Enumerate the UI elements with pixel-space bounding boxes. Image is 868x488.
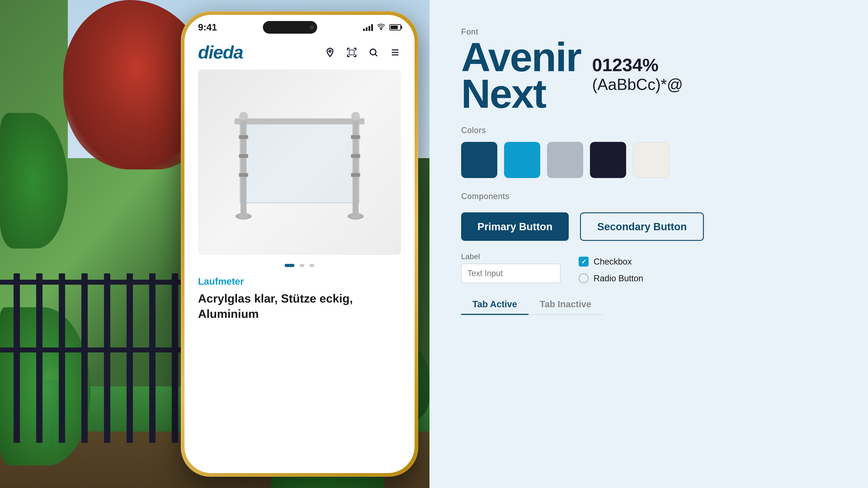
font-display: Avenir Next 01234% (AaBbCc)*@ xyxy=(461,39,836,112)
phone-outer: 9:41 xyxy=(181,11,418,477)
menu-icon-button[interactable] xyxy=(389,46,401,58)
checkbox-check-icon: ✓ xyxy=(581,258,586,265)
left-panel: 9:41 xyxy=(0,0,430,488)
app-header: dieda xyxy=(184,35,414,70)
product-image-area xyxy=(198,70,401,255)
svg-rect-4 xyxy=(235,119,365,124)
pagination-dot-2[interactable] xyxy=(300,264,305,267)
components-section-label: Components xyxy=(461,192,836,201)
fence-post-4 xyxy=(81,273,88,443)
fence-post-2 xyxy=(36,273,42,443)
font-numbers: 01234% xyxy=(592,55,683,75)
status-bar: 9:41 xyxy=(184,15,414,35)
tab-active[interactable]: Tab Active xyxy=(461,295,528,315)
scan-icon-button[interactable] xyxy=(346,46,358,58)
header-icons xyxy=(324,46,401,58)
svg-rect-17 xyxy=(351,154,360,158)
fence-post-6 xyxy=(127,273,133,443)
color-swatch-dark-navy xyxy=(590,142,626,178)
wifi-icon xyxy=(377,23,385,32)
status-time: 9:41 xyxy=(198,22,217,33)
app-logo: dieda xyxy=(198,42,243,63)
product-category: Laufmeter xyxy=(198,276,401,287)
right-panel: Font Avenir Next 01234% (AaBbCc)*@ Color… xyxy=(430,0,868,488)
text-input[interactable] xyxy=(461,264,561,283)
svg-rect-18 xyxy=(351,173,360,177)
secondary-button[interactable]: Secondary Button xyxy=(580,213,704,241)
input-label: Label xyxy=(461,252,561,261)
tabs-row: Tab Active Tab Inactive xyxy=(461,295,602,315)
signal-bars-icon xyxy=(363,24,373,31)
svg-point-6 xyxy=(239,112,248,121)
font-sample-chars: 01234% (AaBbCc)*@ xyxy=(592,55,683,94)
svg-point-10 xyxy=(351,112,360,121)
svg-rect-15 xyxy=(239,173,248,177)
svg-rect-12 xyxy=(351,213,360,219)
radio-circle[interactable] xyxy=(579,273,589,283)
pagination-dot-1[interactable] xyxy=(285,264,294,267)
search-icon-button[interactable] xyxy=(368,46,379,58)
color-swatch-gray xyxy=(547,142,583,178)
colors-section: Colors xyxy=(461,126,836,178)
fence-post-1 xyxy=(13,273,20,443)
fence xyxy=(0,239,204,443)
checkbox-label: Checkbox xyxy=(594,257,632,267)
color-swatch-cyan xyxy=(504,142,540,178)
components-section: Components Primary Button Secondary Butt… xyxy=(461,192,836,315)
svg-rect-1 xyxy=(349,50,354,55)
checkbox-item: ✓ Checkbox xyxy=(579,257,643,267)
font-name: Avenir Next xyxy=(461,39,581,112)
svg-point-2 xyxy=(370,49,376,55)
pagination-dot-3[interactable] xyxy=(309,264,314,267)
color-swatches xyxy=(461,142,836,178)
primary-button[interactable]: Primary Button xyxy=(461,213,569,241)
fence-post-8 xyxy=(172,273,178,443)
font-alpha: (AaBbCc)*@ xyxy=(592,75,683,94)
font-section: Font Avenir Next 01234% (AaBbCc)*@ xyxy=(461,27,836,112)
battery-fill xyxy=(391,26,398,29)
product-title: Acrylglas klar, Stütze eckig, Aluminium xyxy=(198,291,401,322)
radio-label: Radio Button xyxy=(594,273,643,283)
color-swatch-dark-blue xyxy=(461,142,497,178)
svg-rect-14 xyxy=(239,154,248,158)
phone-device: 9:41 xyxy=(181,11,418,477)
svg-point-0 xyxy=(381,29,382,30)
checkbox-box[interactable]: ✓ xyxy=(579,257,589,267)
product-railing-image xyxy=(218,88,381,236)
svg-rect-13 xyxy=(239,135,248,139)
signal-bar-3 xyxy=(368,26,370,31)
fence-post-7 xyxy=(149,273,156,443)
checkbox-radio-group: ✓ Checkbox Radio Button xyxy=(579,252,643,283)
status-icons xyxy=(363,23,401,32)
fence-post-5 xyxy=(104,273,110,443)
radio-item: Radio Button xyxy=(579,273,643,283)
foliage-left xyxy=(0,113,68,249)
svg-rect-9 xyxy=(352,119,359,213)
pagination-dots xyxy=(184,255,414,274)
input-group: Label xyxy=(461,252,561,283)
battery-icon xyxy=(389,24,401,31)
svg-rect-16 xyxy=(351,135,360,139)
color-swatch-off-white xyxy=(633,142,669,178)
product-info: Laufmeter Acrylglas klar, Stütze eckig, … xyxy=(184,274,414,330)
signal-bar-2 xyxy=(366,27,368,31)
product-image-bg xyxy=(198,70,401,255)
signal-bar-1 xyxy=(363,29,365,31)
svg-rect-8 xyxy=(239,213,248,219)
buttons-row: Primary Button Secondary Button xyxy=(461,213,836,241)
font-name-line1: Avenir Next xyxy=(461,39,581,112)
form-row: Label ✓ Checkbox Radio Button xyxy=(461,252,836,283)
tab-inactive[interactable]: Tab Inactive xyxy=(528,295,602,314)
svg-rect-3 xyxy=(240,122,359,203)
camera-dot xyxy=(310,25,314,29)
phone-screen: 9:41 xyxy=(184,15,414,473)
signal-bar-4 xyxy=(371,24,373,31)
location-icon-button[interactable] xyxy=(324,46,336,58)
fence-post-3 xyxy=(59,273,65,443)
svg-rect-5 xyxy=(241,119,246,213)
colors-section-label: Colors xyxy=(461,126,836,135)
dynamic-island xyxy=(263,21,317,34)
